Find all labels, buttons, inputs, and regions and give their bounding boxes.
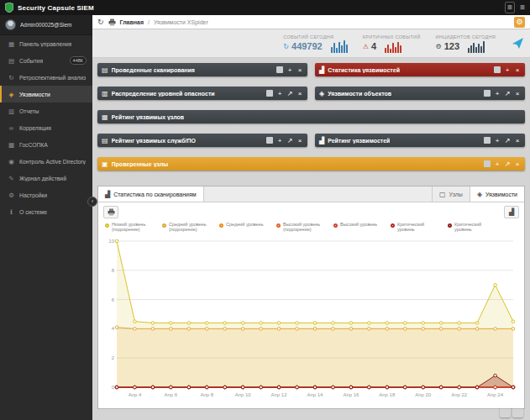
apps-menu-icon[interactable]: ≡ — [505, 2, 515, 13]
legend-label: Критический уровень — [454, 222, 498, 233]
close-button[interactable]: × — [514, 160, 521, 168]
add-button[interactable]: + — [504, 66, 511, 74]
add-button[interactable]: + — [276, 90, 283, 97]
legend-item[interactable]: Высокий уровень (подозрение) — [276, 222, 327, 233]
breadcrumb-home-link[interactable]: Главная — [120, 19, 144, 25]
hamburger-menu-icon[interactable]: ≡ — [520, 3, 525, 13]
sidebar-item-about[interactable]: ℹ О системе — [0, 203, 92, 220]
chart-type-button[interactable]: ▟ — [504, 206, 519, 218]
print-button[interactable] — [108, 18, 116, 26]
expand-button[interactable]: ↗ — [504, 160, 511, 168]
add-button[interactable]: + — [494, 137, 501, 144]
dashboard-settings-button[interactable]: ⚙ — [514, 17, 525, 28]
panel-buttons: +↗× — [484, 90, 521, 97]
tab-vulnerabilities[interactable]: ◈ Уязвимости — [470, 186, 524, 202]
legend-item[interactable]: Критический уровень — [448, 222, 498, 233]
svg-text:6: 6 — [112, 297, 115, 302]
panel-title: Статистика уязвимостей — [328, 67, 400, 73]
legend-item[interactable]: Средний уровень — [219, 222, 270, 233]
panel-header-services-rating[interactable]: ▤ Рейтинг уязвимых служб/ПО +↗× — [97, 134, 307, 147]
sidebar-item-settings[interactable]: ⚙ Настройки — [0, 186, 92, 203]
user-menu[interactable]: Admin000025@Siem — [0, 15, 92, 35]
count-badge: 448К — [70, 56, 87, 65]
panel-buttons: +↗× — [484, 160, 521, 168]
restore-button[interactable] — [276, 66, 283, 73]
add-button[interactable]: + — [276, 137, 283, 144]
chart-icon: ▟ — [105, 191, 110, 198]
svg-text:8: 8 — [112, 268, 115, 273]
restore-button[interactable] — [494, 66, 501, 73]
expand-button[interactable]: ↗ — [504, 137, 511, 144]
panel-header-vulns-rating[interactable]: ▟ Рейтинг уязвимостей +↗× — [315, 134, 525, 147]
tab-label: Узлы — [449, 192, 463, 197]
expand-button[interactable]: ↗ — [286, 90, 293, 97]
add-button[interactable]: + — [494, 90, 501, 97]
chart-icon: ▟ — [319, 66, 324, 74]
panel-title: Рейтинг уязвимых узлов — [112, 114, 185, 120]
close-button[interactable]: × — [514, 137, 521, 144]
list-icon: ▤ — [102, 66, 108, 74]
close-button[interactable]: × — [296, 90, 303, 97]
chart-print-button[interactable] — [103, 206, 118, 218]
topbar: Security Capsule SIEM ≡ ≡ — [0, 0, 530, 15]
history-icon: ↻ — [8, 74, 15, 81]
panel-header-checked-nodes[interactable]: ▣ Проверенные узлы +↗× — [97, 157, 525, 171]
close-button[interactable]: × — [296, 66, 303, 74]
stat-incidents-today: ИНЦИДЕНТОВ СЕГОДНЯ ⚙ 123 — [436, 34, 496, 53]
close-button[interactable]: × — [514, 90, 521, 97]
svg-text:2: 2 — [112, 355, 115, 360]
restore-button[interactable] — [484, 90, 491, 97]
tab-label: Статистика по сканированиям — [113, 192, 196, 197]
legend-item[interactable]: Высокий уровень — [333, 222, 384, 233]
svg-text:Апр 16: Апр 16 — [343, 392, 359, 397]
sidebar-item-reports[interactable]: ▥ Отчеты — [0, 102, 92, 119]
legend-item[interactable]: Низкий уровень (подозрение) — [105, 222, 155, 233]
avatar — [5, 19, 16, 30]
restore-button[interactable] — [266, 90, 273, 97]
panel-buttons: +↗× — [266, 90, 303, 97]
sidebar-item-gossopka[interactable]: ▩ ГосСОПКА — [0, 136, 92, 153]
panel-header-danger-levels[interactable]: ▥ Распределение уровней опасности +↗× — [97, 87, 307, 100]
panel-header-object-vulns[interactable]: ◈ Уязвимости объектов +↗× — [315, 87, 525, 100]
expand-button[interactable]: ↗ — [504, 90, 511, 97]
user-name: Admin000025@Siem — [20, 22, 72, 28]
sidebar-item-dashboard[interactable]: ▦ Панель управления — [0, 35, 92, 52]
restore-button[interactable] — [484, 137, 491, 144]
tab-nodes[interactable]: ▢ Узлы — [432, 186, 470, 202]
sidebar-collapse-button[interactable]: ‹ — [87, 197, 97, 207]
sidebar-item-correlation[interactable]: ∞ Корреляция — [0, 119, 92, 136]
sidebar-item-vulnerabilities[interactable]: ◈ Уязвимости — [0, 86, 92, 102]
sidebar-item-ad-control[interactable]: ◉ Контроль Active Directory — [0, 153, 92, 170]
sidebar-item-action-log[interactable]: ✎ Журнал действий — [0, 170, 92, 186]
panel-header-nodes-rating[interactable]: ▦ Рейтинг уязвимых узлов — [97, 110, 525, 123]
journal-icon: ✎ — [8, 175, 15, 182]
panel-header-vuln-stats[interactable]: ▟ Статистика уязвимостей +× — [315, 63, 525, 76]
fab-button-add-widget[interactable] — [512, 407, 523, 417]
tab-scan-statistics[interactable]: ▟ Статистика по сканированиям — [98, 186, 204, 202]
sidebar-item-events[interactable]: ▤ События 448К — [0, 52, 92, 69]
legend-item[interactable]: Средний уровень (подозрение) — [162, 222, 213, 233]
paper-plane-icon[interactable] — [512, 38, 523, 49]
panel-title: Распределение уровней опасности — [112, 91, 215, 97]
stats-bar: СОБЫТИЙ СЕГОДНЯ ↻ 449792 КРИТИЧНЫХ СОБЫТ… — [92, 29, 530, 58]
events-sparkline — [331, 40, 348, 53]
fab-button-scroll-top[interactable] — [500, 407, 511, 417]
add-button[interactable]: + — [494, 160, 501, 168]
panel-header-scans[interactable]: ▤ Проведенные сканирования +× — [97, 63, 307, 76]
expand-button[interactable]: ↗ — [286, 137, 293, 144]
panel-title: Проверенные узлы — [112, 161, 169, 167]
restore-button[interactable] — [484, 160, 491, 167]
legend-item[interactable]: Критический уровень (подозрение) — [391, 222, 441, 233]
refresh-button[interactable]: ↻ — [97, 18, 104, 26]
breadcrumb-current: Уязвимости XSpider — [154, 19, 208, 25]
sidebar-item-retrospective[interactable]: ↻ Ретроспективный анализ — [0, 69, 92, 86]
close-button[interactable]: × — [514, 66, 521, 74]
tower-icon: ▩ — [8, 141, 15, 149]
restore-button[interactable] — [266, 137, 273, 144]
close-button[interactable]: × — [296, 137, 303, 144]
events-icon: ▤ — [8, 57, 15, 65]
bars-icon: ▥ — [102, 90, 108, 97]
legend-label: Критический уровень (подозрение) — [397, 222, 441, 233]
panel-title: Рейтинг уязвимых служб/ПО — [112, 138, 196, 144]
add-button[interactable]: + — [286, 66, 293, 74]
